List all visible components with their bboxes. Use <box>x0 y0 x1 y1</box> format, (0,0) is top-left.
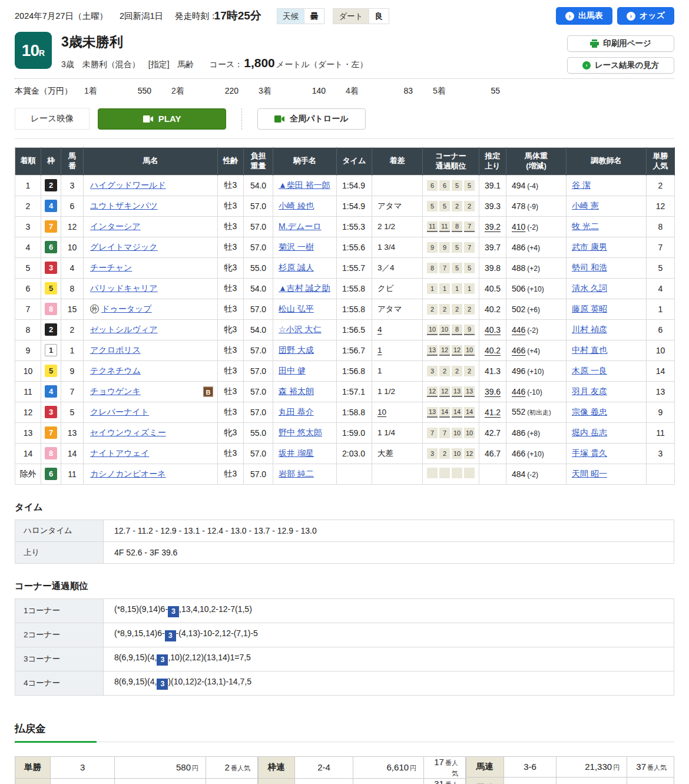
frame-number-cell: 8 <box>41 443 61 464</box>
margin-cell: 3／4 <box>372 257 423 278</box>
trainer-link[interactable]: 木原 一良 <box>572 366 607 375</box>
payout-combination: 3 <box>50 756 115 778</box>
frame-number-cell: 5 <box>41 360 61 381</box>
horse-name-link[interactable]: ドゥータップ <box>101 304 152 313</box>
jockey-link[interactable]: 杉原 誠人 <box>279 263 314 272</box>
sex-age: 牡3 <box>218 381 244 402</box>
corner-position-box: 7 <box>439 428 450 438</box>
trainer-link[interactable]: 清水 久詞 <box>572 283 607 293</box>
start-time-label: 発走時刻： <box>175 11 218 22</box>
jockey-link[interactable]: 小崎 綾也 <box>279 201 314 210</box>
course-distance: 1,800 <box>244 56 275 70</box>
jockey-link[interactable]: ▲柴田 裕一郎 <box>279 180 330 190</box>
trainer-link[interactable]: 羽月 友彦 <box>572 386 607 396</box>
jockey-link[interactable]: ☆小沢 大仁 <box>279 325 321 334</box>
last3f-cell: 39.2 <box>479 216 506 237</box>
horse-number: 10 <box>61 237 84 257</box>
results-guide-button[interactable]: › レース結果の見方 <box>567 57 674 74</box>
corner-position-box: 5 <box>452 242 462 253</box>
jockey-link[interactable]: 森 裕太朗 <box>279 386 314 396</box>
frame-number-badge: 5 <box>45 282 57 295</box>
corner-position-box: 2 <box>439 304 450 315</box>
horse-weight-diff: (-2) <box>527 223 538 231</box>
horse-weight-diff: (+6) <box>527 306 540 314</box>
jockey-link[interactable]: 坂井 瑠星 <box>279 448 314 458</box>
horse-name-link[interactable]: ユウトザキンパツ <box>90 201 158 210</box>
horse-name-link[interactable]: アクロポリス <box>90 345 141 355</box>
trainer-link[interactable]: 宗像 義忠 <box>572 407 607 416</box>
trainer-link[interactable]: 天間 昭一 <box>572 469 607 478</box>
sex-age: 牝3 <box>218 319 244 340</box>
print-page-button[interactable]: 印刷用ページ <box>567 35 674 52</box>
corner-position-box: 7 <box>427 428 438 438</box>
corner-position-box: 2 <box>439 366 450 376</box>
prize-label: 本賞金（万円） <box>15 86 84 97</box>
prize-place: 3着 <box>259 86 271 97</box>
horse-name-link[interactable]: ハイグッドワールド <box>90 180 166 190</box>
horse-name-link[interactable]: ナイトアウェイ <box>90 448 149 458</box>
last3f-value: 39.1 <box>485 181 501 190</box>
time-row-value: 12.7 - 11.2 - 12.9 - 13.1 - 12.4 - 13.0 … <box>104 520 674 541</box>
horse-name-link[interactable]: カシノカンピオーネ <box>90 469 166 478</box>
jockey-link[interactable]: 田中 健 <box>279 366 306 375</box>
jockey-cell: 菊沢 一樹 <box>273 237 337 257</box>
win-popularity: 6 <box>647 319 675 340</box>
trainer-link[interactable]: 武市 康男 <box>572 242 607 252</box>
jockey-link[interactable]: 松山 弘平 <box>279 304 314 313</box>
horse-name-link[interactable]: クレバーナイト <box>90 407 149 416</box>
column-header: 着差 <box>372 148 423 176</box>
corner-position-box: 5 <box>464 180 475 191</box>
trainer-link[interactable]: 堀内 岳志 <box>572 428 607 437</box>
corner-positions-cell: 9957 <box>423 237 479 257</box>
margin-cell: アタマ <box>372 196 423 216</box>
jockey-link[interactable]: M.デムーロ <box>279 221 322 231</box>
horse-name-link[interactable]: グレイトマジック <box>90 242 158 252</box>
horse-name-link[interactable]: ゼットシルヴィア <box>90 325 158 334</box>
column-header: 騎手名 <box>273 148 337 176</box>
trainer-link[interactable]: 牧 光二 <box>572 221 599 231</box>
horse-name-link[interactable]: パリッドキャリア <box>90 283 158 293</box>
trainer-link[interactable]: 藤原 英昭 <box>572 304 607 313</box>
horse-name-link[interactable]: チーチャン <box>90 263 132 272</box>
carried-weight: 55.0 <box>244 257 273 278</box>
column-header: コーナー 通過順位 <box>423 148 479 176</box>
jockey-link[interactable]: ▲吉村 誠之助 <box>279 283 330 293</box>
horse-name-link[interactable]: テクネチウム <box>90 366 141 375</box>
play-button[interactable]: PLAY <box>98 108 226 130</box>
jockey-link[interactable]: 岩部 純二 <box>279 469 314 478</box>
last3f-value: 39.2 <box>485 222 501 231</box>
entries-button[interactable]: › 出馬表 <box>556 7 612 25</box>
odds-button[interactable]: › オッズ <box>617 7 674 25</box>
table-row: 911アクロポリス牡357.0団野 大成1:56.711312121040.24… <box>15 340 675 360</box>
finish-position: 4 <box>15 237 41 257</box>
patrol-video-button[interactable]: 全周パトロール <box>257 108 365 130</box>
trainer-link[interactable]: 勢司 和浩 <box>572 263 607 272</box>
finish-position: 3 <box>15 216 41 237</box>
jockey-link[interactable]: 野中 悠太郎 <box>279 428 322 437</box>
trainer-cell: 堀内 岳志 <box>567 422 647 443</box>
trainer-link[interactable]: 川村 禎彦 <box>572 325 607 334</box>
margin-value: 10 <box>377 408 386 416</box>
jockey-cell: 野中 悠太郎 <box>273 422 337 443</box>
trainer-link[interactable]: 小崎 憲 <box>572 201 599 210</box>
corner-position-box: 5 <box>464 263 475 273</box>
trainer-link[interactable]: 中村 直也 <box>572 345 607 355</box>
jockey-link[interactable]: 団野 大成 <box>279 345 314 355</box>
horse-name-link[interactable]: セイウンウィズミー <box>90 428 166 437</box>
corner-position-box: 3 <box>427 366 438 376</box>
race-text: 3歳未勝利 3歳 未勝利（混合） [指定] 馬齢 コース： 1,800 メートル… <box>61 32 367 70</box>
jockey-link[interactable]: 丸田 恭介 <box>279 407 314 416</box>
margin-cell <box>372 175 423 196</box>
horse-name-link[interactable]: チョウゲンキ <box>90 386 141 396</box>
page: 2024年7月27日（土曜） 2回新潟1日 発走時刻： 17時25分 天候 曇 … <box>0 0 689 784</box>
time-row-label: 上り <box>15 541 104 563</box>
last3f-cell: 40.2 <box>479 340 506 360</box>
jockey-cell: 田中 健 <box>273 360 337 381</box>
jockey-link[interactable]: 菊沢 一樹 <box>279 242 314 252</box>
trainer-link[interactable]: 谷 潔 <box>572 180 591 190</box>
horse-name-link[interactable]: インターシア <box>90 221 141 231</box>
trainer-link[interactable]: 手塚 貴久 <box>572 448 607 458</box>
corner-position-box: 2 <box>464 201 475 211</box>
win-popularity: 7 <box>647 237 675 257</box>
horse-weight-diff: (-10) <box>527 388 542 396</box>
